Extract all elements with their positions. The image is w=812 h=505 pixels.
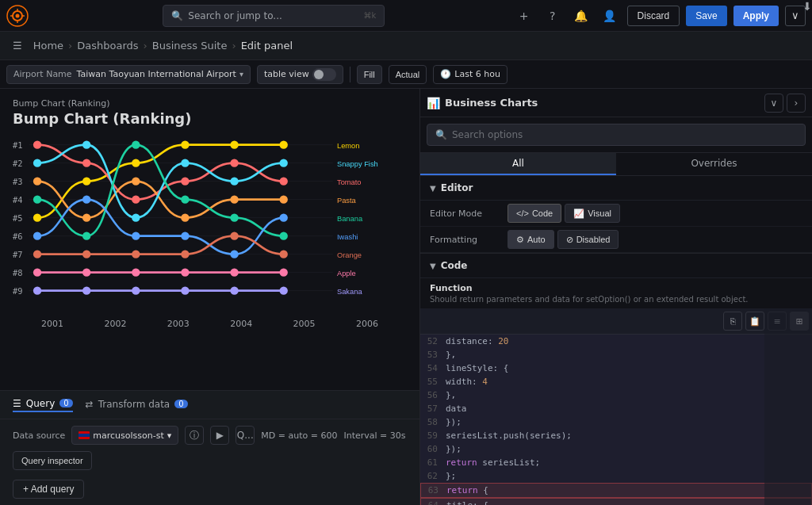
svg-point-29: [230, 140, 238, 148]
search-area: 🔍 Search or jump to... ⌘k: [35, 5, 513, 27]
mode-code-button[interactable]: </> Code: [508, 204, 561, 223]
bump-chart: #1 #2 #3 #4 #5 #6 #7 #8 #9: [13, 133, 407, 316]
line-number: 64: [421, 499, 443, 505]
grafana-logo[interactable]: [6, 5, 29, 27]
options-search-icon: 🔍: [435, 129, 447, 140]
toggle-pill[interactable]: [312, 68, 336, 81]
line-number: 56: [420, 388, 442, 402]
menu-icon[interactable]: ☰: [13, 40, 22, 52]
svg-point-49: [181, 159, 189, 166]
svg-point-50: [230, 177, 238, 185]
fmt-auto-button[interactable]: ⚙ Auto: [508, 230, 554, 249]
x-axis: 2001 2002 2003 2004 2005 2006: [13, 316, 407, 329]
discard-button[interactable]: Discard: [627, 6, 680, 26]
fill-button[interactable]: Fill: [357, 65, 382, 84]
query-info-button[interactable]: ⓘ: [185, 426, 204, 445]
plus-icon[interactable]: +: [513, 5, 535, 27]
options-search-input[interactable]: 🔍 Search options: [427, 124, 806, 146]
add-query-button[interactable]: + Add query: [13, 480, 84, 499]
chart-icon: 📊: [427, 97, 440, 109]
svg-point-39: [33, 177, 41, 185]
code-editor[interactable]: ⎘ 📋 ≡ ⊞ 52 distance: 2053 },54 lineStyle…: [420, 308, 812, 505]
line-content: title: {: [443, 499, 811, 505]
svg-text:Snappy Fish: Snappy Fish: [337, 160, 378, 168]
query-dots-button[interactable]: Q...: [236, 426, 255, 445]
actual-button[interactable]: Actual: [389, 65, 427, 84]
datasource-select[interactable]: marcusolsson-st ▾: [71, 426, 178, 445]
time-range-label: Last 6 hou: [454, 69, 500, 79]
transform-tab-label: Transform data: [98, 399, 170, 410]
right-panel-header: 📊 Business Charts ∨ ›: [420, 89, 812, 117]
code-line-57: 57 data: [420, 402, 812, 415]
tab-all[interactable]: All: [420, 153, 616, 175]
x-label-2006: 2006: [356, 319, 378, 329]
filter-divider: [350, 67, 350, 82]
formatting-label: Formatting: [430, 235, 501, 245]
apply-button[interactable]: Apply: [733, 6, 779, 26]
mode-code-label: Code: [532, 209, 553, 218]
query-expand-button[interactable]: ▶: [210, 426, 229, 445]
right-panel: 📊 Business Charts ∨ › 🔍 Search options A…: [420, 89, 812, 505]
svg-point-81: [33, 286, 41, 294]
svg-text:#8: #8: [13, 268, 22, 277]
options-search-bar: 🔍 Search options: [420, 117, 812, 153]
svg-point-32: [33, 140, 41, 148]
airport-name-filter[interactable]: Airport Name Taiwan Taoyuan Internationa…: [6, 65, 251, 84]
editor-section-header[interactable]: ▼ Editor: [420, 176, 812, 201]
time-range-button[interactable]: 🕐 Last 6 hou: [433, 65, 508, 84]
copy-button[interactable]: ⎘: [723, 312, 742, 331]
help-icon[interactable]: ?: [542, 5, 564, 27]
breadcrumb-home[interactable]: Home: [33, 40, 63, 52]
breadcrumb-dashboards[interactable]: Dashboards: [77, 40, 138, 52]
breadcrumb-current: Edit panel: [241, 40, 293, 52]
x-label-2003: 2003: [167, 319, 190, 329]
editor-mode-label: Editor Mode: [430, 209, 501, 219]
panel-plugin-title: 📊 Business Charts: [427, 97, 758, 109]
code-icon: </>: [516, 209, 529, 218]
line-content: data: [442, 402, 812, 415]
query-meta-interval: Interval = 30s: [343, 430, 405, 441]
code-lines: 52 distance: 2053 },54 lineStyle: {55 wi…: [420, 335, 812, 505]
left-panel: Bump Chart (Ranking) Bump Chart (Ranking…: [0, 89, 420, 505]
expand-icon[interactable]: ›: [787, 94, 806, 113]
tab-overrides[interactable]: Overrides: [616, 153, 812, 175]
svg-point-67: [33, 250, 41, 258]
svg-point-68: [82, 250, 90, 258]
search-box[interactable]: 🔍 Search or jump to... ⌘k: [163, 5, 385, 27]
code-line-56: 56 },: [420, 388, 812, 402]
line-content: });: [442, 415, 812, 429]
table-view-toggle[interactable]: table view: [257, 65, 343, 84]
svg-point-55: [132, 140, 140, 148]
code-line-62: 62};: [420, 469, 812, 483]
save-button[interactable]: Save: [686, 6, 726, 26]
mode-visual-button[interactable]: 📈 Visual: [565, 204, 620, 223]
svg-text:#1: #1: [13, 140, 22, 150]
disabled-icon: ⊘: [566, 235, 573, 245]
paste-button[interactable]: 📋: [745, 312, 764, 331]
code-line-61: 61return seriesList;: [420, 456, 812, 469]
svg-point-35: [181, 177, 189, 185]
collapse-icon[interactable]: ∨: [764, 94, 783, 113]
user-icon[interactable]: 👤: [599, 5, 621, 27]
query-meta-md: MD = auto = 600: [261, 430, 337, 441]
line-number: 55: [420, 375, 442, 388]
line-number: 62: [420, 469, 442, 483]
code-line-58: 58});: [420, 415, 812, 429]
svg-point-76: [132, 268, 140, 276]
svg-text:Pasta: Pasta: [337, 197, 357, 205]
transform-tab[interactable]: ⇄ Transform data 0: [86, 399, 188, 411]
svg-point-61: [82, 195, 90, 203]
svg-point-26: [82, 177, 90, 185]
code-line-55: 55 width: 4: [420, 375, 812, 388]
svg-point-82: [82, 286, 90, 294]
svg-point-78: [230, 268, 238, 276]
query-tab[interactable]: ☰ Query 0: [13, 398, 73, 412]
code-section-header[interactable]: ▼ Code: [420, 254, 812, 278]
fmt-disabled-button[interactable]: ⊘ Disabled: [557, 230, 619, 249]
breadcrumb-suite[interactable]: Business Suite: [152, 40, 228, 52]
bell-icon[interactable]: 🔔: [570, 5, 592, 27]
query-inspector-button[interactable]: Query inspector: [13, 451, 92, 470]
query-bar: ☰ Query 0 ⇄ Transform data 0 Data source…: [0, 390, 419, 505]
svg-point-43: [230, 195, 238, 203]
svg-point-77: [181, 268, 189, 276]
